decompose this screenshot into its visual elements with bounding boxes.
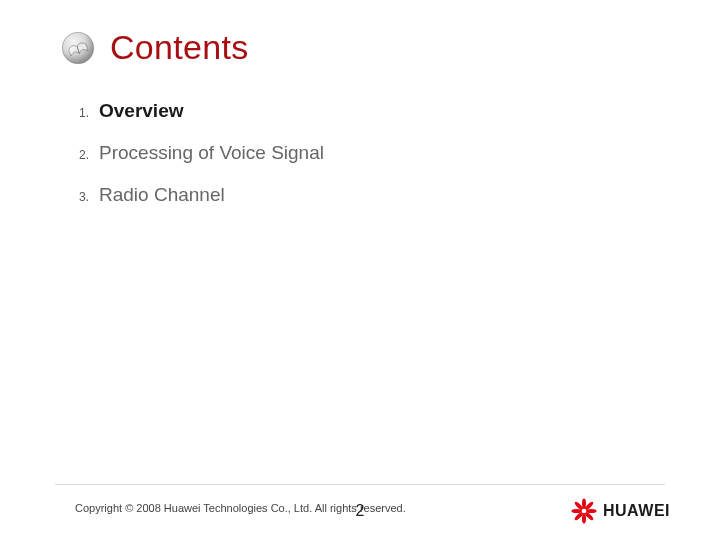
book-icon [60, 30, 96, 66]
svg-point-6 [582, 513, 586, 524]
slide: Contents 1. Overview 2. Processing of Vo… [0, 0, 720, 540]
svg-point-10 [582, 509, 586, 513]
item-label: Radio Channel [99, 184, 225, 206]
brand-name: HUAWEI [603, 502, 670, 520]
flower-icon [571, 498, 597, 524]
list-item: 1. Overview [65, 100, 625, 122]
footer-divider [55, 484, 665, 485]
list-item: 2. Processing of Voice Signal [65, 142, 625, 164]
item-number: 3. [65, 186, 89, 204]
list-item: 3. Radio Channel [65, 184, 625, 206]
brand-logo: HUAWEI [571, 498, 670, 524]
item-number: 2. [65, 144, 89, 162]
page-title: Contents [110, 28, 248, 67]
item-label: Processing of Voice Signal [99, 142, 324, 164]
page-number: 2 [356, 502, 365, 520]
item-number: 1. [65, 102, 89, 120]
svg-point-4 [586, 509, 597, 513]
title-row: Contents [60, 28, 248, 67]
item-label: Overview [99, 100, 184, 122]
svg-point-2 [582, 498, 586, 509]
contents-list: 1. Overview 2. Processing of Voice Signa… [65, 100, 625, 226]
svg-point-8 [571, 509, 582, 513]
